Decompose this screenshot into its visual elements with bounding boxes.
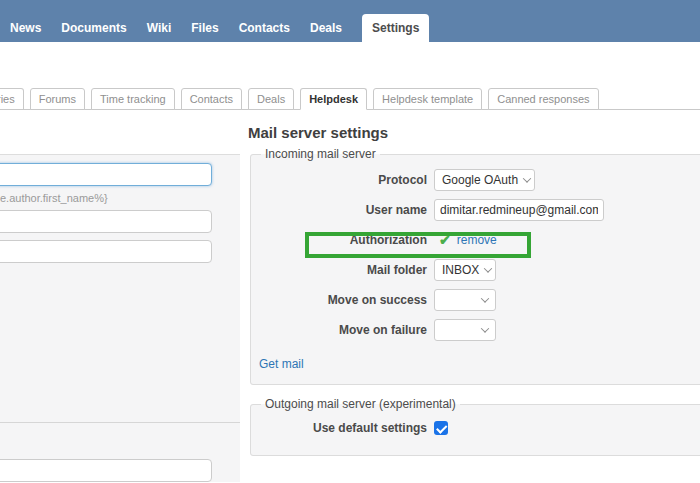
protocol-select-value: Google OAuth — [442, 173, 518, 187]
nav-item-deals[interactable]: Deals — [310, 14, 342, 42]
nav-item-wiki[interactable]: Wiki — [147, 14, 172, 42]
mail-folder-row: Mail folder INBOX — [259, 255, 700, 285]
move-on-success-row: Move on success — [259, 285, 700, 315]
outgoing-mail-server-legend: Outgoing mail server (experimental) — [261, 397, 460, 411]
move-on-failure-row: Move on failure — [259, 315, 700, 345]
nav-item-documents[interactable]: Documents — [61, 14, 126, 42]
tab-deals[interactable]: Deals — [248, 88, 294, 110]
incoming-mail-server-legend: Incoming mail server — [261, 147, 380, 161]
protocol-select[interactable]: Google OAuth — [434, 169, 535, 191]
username-input[interactable] — [434, 199, 604, 221]
mail-server-settings-pane: Mail server settings Incoming mail serve… — [240, 110, 700, 483]
chevron-down-icon — [481, 324, 489, 332]
left-form-input-3[interactable] — [0, 240, 212, 263]
move-on-failure-select[interactable] — [434, 319, 496, 341]
content-area: e.author.first_name%} Mail server settin… — [0, 110, 700, 483]
chevron-down-icon — [481, 294, 489, 302]
tab-canned-responses[interactable]: Canned responses — [488, 88, 598, 110]
remove-authorization-link[interactable]: remove — [457, 233, 497, 247]
authorization-row: Authorization ✔ remove — [259, 225, 700, 255]
top-navigation: News Documents Wiki Files Contacts Deals… — [0, 0, 700, 42]
tab-time-tracking[interactable]: Time tracking — [91, 88, 175, 110]
left-form-input-bottom[interactable] — [0, 459, 212, 482]
use-default-settings-row: Use default settings — [259, 415, 700, 441]
left-form-pane: e.author.first_name%} — [0, 110, 240, 483]
nav-item-news[interactable]: News — [10, 14, 41, 42]
tab-helpdesk[interactable]: Helpdesk — [300, 88, 367, 110]
chevron-down-icon — [484, 264, 492, 272]
username-label: User name — [259, 203, 427, 217]
outgoing-mail-server-fieldset: Outgoing mail server (experimental) Use … — [250, 397, 700, 456]
tab-helpdesk-template[interactable]: Helpdesk template — [373, 88, 482, 110]
left-form-fieldset: e.author.first_name%} — [0, 154, 240, 423]
nav-item-contacts[interactable]: Contacts — [239, 14, 290, 42]
move-on-success-select[interactable] — [434, 289, 496, 311]
nav-item-settings-active[interactable]: Settings — [362, 14, 429, 42]
left-form-input-2[interactable] — [0, 210, 212, 233]
page-title: Mail server settings — [248, 124, 700, 141]
authorization-label: Authorization — [259, 233, 427, 247]
use-default-settings-label: Use default settings — [259, 421, 427, 435]
tab-contacts[interactable]: Contacts — [181, 88, 242, 110]
get-mail-row: Get mail — [259, 354, 700, 372]
settings-tab-bar: ries Forums Time tracking Contacts Deals… — [0, 87, 700, 110]
tab-categories-cut[interactable]: ries — [0, 88, 24, 110]
move-on-failure-label: Move on failure — [259, 323, 427, 337]
nav-item-files[interactable]: Files — [191, 14, 218, 42]
use-default-settings-checkbox[interactable] — [434, 421, 448, 435]
template-variable-hint: e.author.first_name%} — [0, 192, 240, 204]
chevron-down-icon — [523, 174, 531, 182]
mail-folder-label: Mail folder — [259, 263, 427, 277]
left-form-input-focused[interactable] — [0, 163, 212, 186]
left-form-fieldset-2 — [0, 423, 240, 482]
protocol-row: Protocol Google OAuth — [259, 165, 700, 195]
get-mail-link[interactable]: Get mail — [259, 357, 304, 371]
username-row: User name — [259, 195, 700, 225]
tab-forums[interactable]: Forums — [30, 88, 85, 110]
protocol-label: Protocol — [259, 173, 427, 187]
incoming-mail-server-fieldset: Incoming mail server Protocol Google OAu… — [250, 147, 700, 385]
mail-folder-select[interactable]: INBOX — [434, 259, 496, 281]
authorized-check-icon: ✔ — [439, 233, 451, 247]
mail-folder-select-value: INBOX — [442, 263, 479, 277]
move-on-success-label: Move on success — [259, 293, 427, 307]
